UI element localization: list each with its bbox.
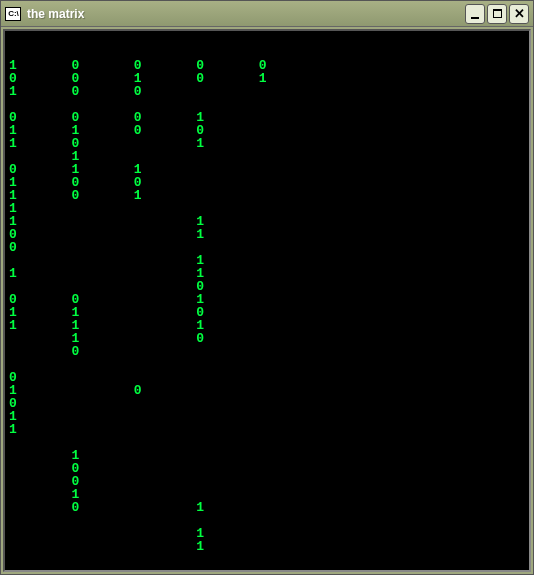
minimize-icon: [471, 17, 479, 19]
console-line: 0: [9, 462, 525, 475]
cmd-icon: C:\: [5, 7, 21, 21]
console-line: 1: [9, 449, 525, 462]
console-line: 1: [9, 423, 525, 436]
console-line: 0 1: [9, 228, 525, 241]
console-line: [9, 358, 525, 371]
window-title: the matrix: [27, 7, 465, 21]
window-controls: ✕: [465, 4, 529, 24]
console-line: 1 0 1: [9, 137, 525, 150]
console-line: 1: [9, 410, 525, 423]
console-line: 1 0 1: [9, 189, 525, 202]
maximize-button[interactable]: [487, 4, 507, 24]
close-icon: ✕: [514, 6, 525, 21]
console-line: [9, 436, 525, 449]
matrix-rain: 1 0 0 0 00 0 1 0 11 0 00 0 0 11 1 0 01 0…: [9, 59, 525, 553]
console-line: 1: [9, 540, 525, 553]
titlebar[interactable]: C:\ the matrix ✕: [1, 1, 533, 27]
console-line: 0: [9, 345, 525, 358]
console-line: 0: [9, 397, 525, 410]
console-output: 1 0 0 0 00 0 1 0 11 0 00 0 0 11 1 0 01 0…: [3, 29, 531, 572]
console-line: 1 0: [9, 384, 525, 397]
maximize-icon: [493, 9, 502, 18]
close-button[interactable]: ✕: [509, 4, 529, 24]
console-line: 0 1: [9, 501, 525, 514]
console-line: 0: [9, 475, 525, 488]
console-line: 1 0 0: [9, 85, 525, 98]
minimize-button[interactable]: [465, 4, 485, 24]
console-window: C:\ the matrix ✕ 1 0 0 0 00 0 1 0 11 0 0…: [0, 0, 534, 575]
console-line: 1 0: [9, 332, 525, 345]
